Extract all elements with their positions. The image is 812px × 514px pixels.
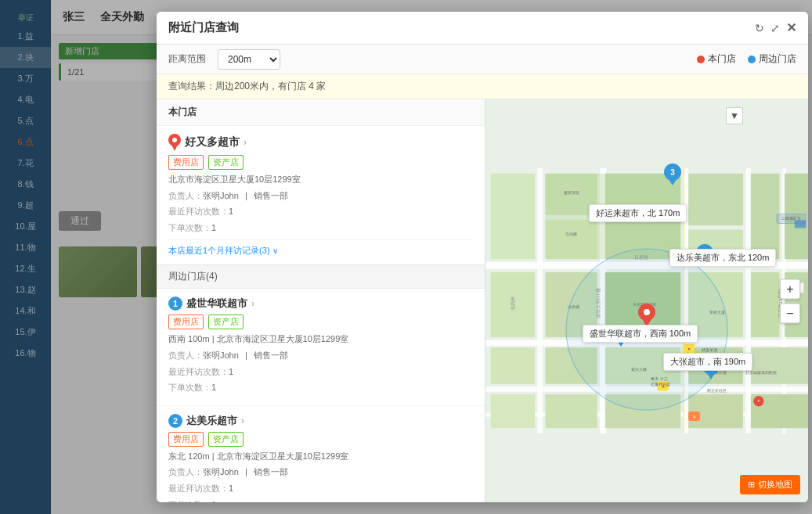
nearby-store-2-dist: 东北 120m | 北京市海淀区卫星大厦10层1299室: [168, 450, 473, 464]
fullscreen-button[interactable]: ⤢: [770, 22, 780, 34]
current-store-visit-count: 最近拜访次数：1: [168, 205, 473, 219]
nearby-section-header: 周边门店(4): [157, 264, 485, 289]
svg-rect-35: [688, 394, 743, 428]
map-zoom-controls: + −: [780, 279, 800, 323]
tooltip-store-3: 好运来超市，北 170m: [589, 204, 687, 222]
current-store-arrow: ›: [244, 137, 247, 148]
nearby-store-2-manager: 负责人：张明John | 销售一部: [168, 465, 473, 480]
current-store-next-count: 下单次数：1: [168, 221, 473, 235]
svg-text:武圣羊汤: 武圣羊汤: [702, 347, 717, 352]
modal-title: 附近门店查询: [168, 20, 747, 35]
svg-rect-19: [751, 174, 780, 260]
svg-point-2: [172, 138, 177, 142]
svg-rect-70: [795, 221, 807, 228]
svg-rect-27: [491, 347, 535, 384]
modal-header: 附近门店查询 ↻ ⤢ ✕: [157, 12, 808, 45]
switch-map-button[interactable]: ⊞ 切换地图: [740, 475, 800, 494]
nearby-store-2-name[interactable]: 达美乐超市: [186, 414, 237, 428]
nearby-store-1-visit: 最近拜访次数：1: [168, 365, 473, 379]
nearby-store-1-tag-asset: 资产店: [208, 315, 244, 329]
query-result-bar: 查询结果：周边200米内，有门店 4 家: [157, 74, 808, 99]
modal-controls: ↻ ⤢ ✕: [755, 20, 796, 35]
current-store-section-header: 本门店: [157, 99, 485, 126]
svg-rect-25: [751, 272, 780, 337]
tooltip-store-4: 大张超市，南 190m: [663, 353, 753, 371]
legend-current: 本门店: [697, 52, 736, 66]
nearby-store-2-visit: 最近拜访次数：1: [168, 482, 473, 496]
visit-record-link[interactable]: 本店最近1个月拜访记录(3) ∨: [168, 239, 473, 257]
modal-body: 本门店 好又多超市 › 费用店 资产: [157, 99, 808, 502]
zoom-out-button[interactable]: −: [780, 303, 800, 323]
svg-text:建筑学院: 建筑学院: [563, 190, 579, 195]
nearby-store-2: 2 达美乐超市 › 费用店 资产店 东北 120m | 北京市海淀区卫星大厦10…: [157, 406, 485, 502]
current-store-address: 北京市海淀区卫星大厦10层1299室: [168, 173, 473, 187]
current-store-manager: 负责人：张明John | 销售一部: [168, 189, 473, 203]
tooltip-store-2: 达乐美超市，东北 120m: [669, 249, 777, 267]
nearby-store-1-manager: 负责人：张明John | 销售一部: [168, 349, 473, 363]
legend-nearby-label: 周边门店: [759, 52, 796, 66]
svg-text:伍伦楼: 伍伦楼: [565, 232, 577, 236]
distance-select[interactable]: 200m 100m 300m 500m: [218, 49, 280, 70]
svg-rect-13: [491, 174, 535, 260]
nearby-store-1-next: 下单次数：1: [168, 381, 473, 395]
svg-rect-8: [537, 168, 543, 433]
nearby-pin-3: 3: [664, 164, 681, 188]
nearby-store-1-number: 1: [168, 297, 182, 311]
svg-text:北四环: 北四环: [511, 297, 515, 311]
svg-point-75: [644, 309, 650, 315]
switch-map-icon: ⊞: [748, 480, 755, 490]
svg-rect-32: [491, 394, 535, 428]
nearby-store-2-header: 2 达美乐超市 ›: [168, 414, 473, 428]
nearby-store-2-tag-asset: 资产店: [208, 432, 244, 447]
svg-text:✕: ✕: [692, 415, 696, 419]
nearby-store-1-tags: 费用店 资产店: [168, 315, 473, 329]
zoom-in-button[interactable]: +: [780, 279, 800, 299]
current-store-tags: 费用店 资产店: [168, 155, 473, 170]
map-area[interactable]: 日新路 中关村大街 北四环 王庄路15号院 清华大学FIT楼 建筑学院 伍伦楼 …: [485, 99, 808, 502]
current-store-name[interactable]: 好又多超市: [185, 135, 240, 149]
svg-text:+: +: [757, 398, 760, 404]
query-result-text: 查询结果：周边200米内，有门店 4 家: [168, 80, 326, 93]
current-store-section: 好又多超市 › 费用店 资产店 北京市海淀区卫星大厦10层1299室 负责人：张…: [157, 126, 485, 264]
nearby-store-2-next: 下单次数：1: [168, 498, 473, 502]
nearby-store-modal: 附近门店查询 ↻ ⤢ ✕ 距离范围 200m 100m 300m 500m 本门…: [157, 12, 808, 502]
svg-text:3: 3: [670, 168, 675, 177]
nearby-store-2-number: 2: [168, 414, 182, 428]
legend-nearby: 周边门店: [748, 52, 796, 66]
store-list-panel: 本门店 好又多超市 › 费用店 资产: [157, 99, 485, 502]
svg-text:✕: ✕: [687, 347, 691, 351]
modal-toolbar: 距离范围 200m 100m 300m 500m 本门店 周边门店: [157, 45, 808, 74]
current-store-tag-fee: 费用店: [168, 155, 204, 170]
switch-map-label: 切换地图: [758, 479, 792, 491]
app-container: 举证 1.益 2.块 3.万 4.电 5.点 6.点 7.花 8.钱 9.超 1…: [0, 0, 812, 514]
nearby-store-1-header: 1 盛世华联超市 ›: [168, 297, 473, 311]
refresh-button[interactable]: ↻: [755, 22, 764, 34]
current-store-tag-asset: 资产店: [208, 155, 244, 170]
legend-current-label: 本门店: [708, 52, 736, 66]
nearby-store-2-arrow: ›: [241, 415, 244, 426]
svg-text:奉天·十三: 奉天·十三: [651, 376, 667, 381]
svg-marker-1: [171, 143, 179, 151]
svg-rect-31: [751, 347, 808, 384]
tooltip-store-1: 盛世华联超市，西南 100m: [583, 325, 698, 343]
current-store-pin-icon: [168, 134, 181, 151]
nearby-store-2-tags: 费用店 资产店: [168, 432, 473, 447]
distance-label: 距离范围: [168, 52, 206, 66]
legend-current-dot: [697, 56, 705, 63]
svg-rect-17: [688, 174, 743, 225]
legend-area: 本门店 周边门店: [697, 52, 796, 66]
svg-rect-11: [745, 168, 751, 433]
svg-text:亿量拌鸡架: 亿量拌鸡架: [650, 382, 670, 386]
close-button[interactable]: ✕: [786, 20, 796, 35]
legend-nearby-dot: [748, 56, 756, 63]
svg-text:西王庄社区: 西王庄社区: [707, 388, 727, 393]
nearby-store-1-tag-fee: 费用店: [168, 315, 204, 329]
nearby-store-1: 1 盛世华联超市 › 费用店 资产店 西南 100m | 北京市海淀区卫星大厦1…: [157, 289, 485, 405]
nearby-store-1-name[interactable]: 盛世华联超市: [186, 297, 247, 311]
nearby-store-2-tag-fee: 费用店: [168, 432, 204, 447]
svg-marker-83: [667, 177, 678, 185]
svg-marker-86: [706, 371, 716, 379]
svg-rect-33: [545, 394, 597, 428]
nearby-store-1-dist: 西南 100m | 北京市海淀区卫星大厦10层1299室: [168, 332, 473, 347]
nav-down-button[interactable]: ▼: [726, 107, 743, 124]
